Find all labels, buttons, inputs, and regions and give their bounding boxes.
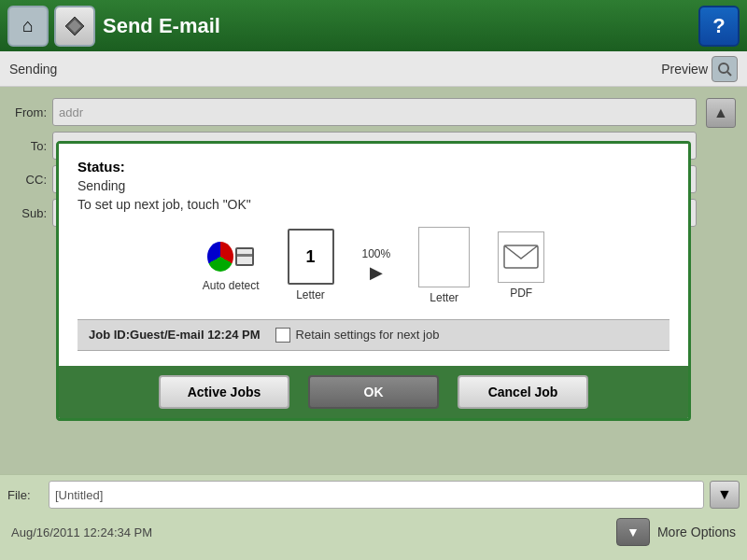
home-icon: ⌂ — [22, 15, 34, 36]
retain-label: Retain settings for next job — [296, 328, 440, 342]
source-label: Letter — [296, 288, 325, 301]
home-button[interactable]: ⌂ — [7, 6, 49, 47]
footer-area: File: [Untitled] ▼ Aug/16/2011 12:24:34 … — [0, 474, 747, 560]
page-number-box: 1 — [288, 229, 334, 285]
retain-checkbox[interactable] — [275, 328, 290, 343]
ok-button[interactable]: OK — [308, 375, 439, 409]
header: ⌂ Send E-mail ? — [0, 0, 747, 51]
progress-percent: 100% — [362, 247, 391, 260]
auto-detect-icon — [207, 238, 254, 275]
dest-label: Letter — [430, 291, 458, 304]
svg-line-3 — [727, 72, 731, 76]
dialog-footer: Active Jobs OK Cancel Job — [59, 366, 688, 418]
help-icon: ? — [712, 14, 725, 38]
status-heading: Status: — [78, 159, 669, 175]
pdf-icon-area: PDF — [498, 231, 544, 300]
file-label: File: — [7, 488, 43, 502]
main-content: From: addr To: CC: Sub: ▲ Status: Sendin… — [0, 87, 747, 474]
active-jobs-button[interactable]: Active Jobs — [159, 375, 289, 409]
diamond-icon — [63, 15, 86, 37]
pdf-icon — [498, 231, 544, 283]
send-email-icon-button[interactable] — [54, 6, 95, 47]
dest-page-box — [418, 227, 470, 287]
more-options-label: More Options — [657, 525, 736, 539]
status-bar: Sending Preview — [0, 51, 747, 87]
envelope-icon — [503, 242, 539, 272]
auto-detect-label: Auto detect — [203, 279, 260, 292]
progress-area: Auto detect 1 Letter 100% ▶ Letter — [78, 227, 669, 304]
preview-button[interactable]: Preview — [661, 56, 738, 82]
auto-detect-area: Auto detect — [203, 238, 260, 292]
dialog-overlay: Status: Sending To set up next job, touc… — [0, 87, 747, 474]
status-text: Sending — [9, 62, 57, 77]
arrow-area: 100% ▶ — [362, 247, 391, 283]
svg-point-2 — [719, 63, 728, 73]
datetime-text: Aug/16/2011 12:24:34 PM — [11, 525, 152, 539]
arrow-right-icon: ▶ — [370, 262, 383, 283]
format-label: PDF — [510, 287, 532, 300]
retain-settings-area: Retain settings for next job — [275, 328, 440, 343]
file-scroll-down-button[interactable]: ▼ — [710, 481, 740, 509]
dialog-instruction: To set up next job, touch "OK" — [78, 197, 669, 212]
file-row: File: [Untitled] ▼ — [7, 481, 740, 509]
bottom-bar: Aug/16/2011 12:24:34 PM ▼ More Options — [7, 514, 740, 550]
source-page-col: 1 Letter — [288, 229, 334, 301]
dialog-status-value: Sending — [78, 178, 669, 193]
job-id-bar: Job ID:Guest/E-mail 12:24 PM Retain sett… — [78, 319, 669, 351]
page-title: Send E-mail — [103, 14, 698, 38]
scan-icon — [235, 247, 254, 266]
chevron-down-icon: ▼ — [627, 525, 640, 539]
more-options-area: ▼ More Options — [616, 518, 736, 546]
help-button[interactable]: ? — [698, 6, 740, 47]
color-wheel-icon — [207, 242, 233, 272]
dialog-body: Status: Sending To set up next job, touc… — [59, 144, 688, 366]
preview-label: Preview — [661, 62, 708, 77]
status-dialog: Status: Sending To set up next job, touc… — [56, 141, 691, 421]
dest-page-col: Letter — [418, 227, 470, 304]
file-input[interactable]: [Untitled] — [49, 481, 704, 509]
more-options-button[interactable]: ▼ — [616, 518, 650, 546]
job-id-text: Job ID:Guest/E-mail 12:24 PM — [89, 328, 261, 342]
preview-icon — [712, 56, 738, 82]
cancel-job-button[interactable]: Cancel Job — [458, 375, 588, 409]
